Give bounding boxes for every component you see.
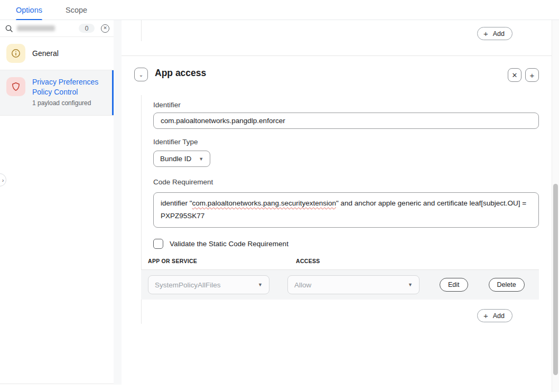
caret-down-icon: ▼ [199,156,203,162]
code-requirement-label: Code Requirement [153,178,213,186]
add-button-label: Add [493,30,505,38]
edit-button[interactable]: Edit [440,278,468,292]
search-icon [5,25,13,32]
identifier-type-value: Bundle ID [160,155,191,163]
caret-down-icon: ▼ [408,282,413,287]
search-clear-icon[interactable]: ✕ [101,24,109,33]
collapse-section-button[interactable]: ⌄ [134,68,148,81]
payload-editor-panel: + Add ⌄ App access ✕ + Identifier Identi… [122,20,552,392]
column-header-access: ACCESS [296,258,320,264]
add-button-label: Add [493,312,505,320]
sidebar-item-label: Privacy Preferences Policy Control [32,77,107,97]
add-row-button-top[interactable]: + Add [477,27,513,40]
plus-icon: + [530,71,535,80]
validate-checkbox[interactable] [153,239,163,249]
identifier-input[interactable] [153,113,539,129]
delete-button[interactable]: Delete [489,278,525,292]
scrollbar-thumb[interactable] [553,184,558,375]
code-requirement-prefix: identifier " [161,199,192,207]
sidebar-item-text: Privacy Preferences Policy Control 1 pay… [32,77,107,108]
sidebar-item-general[interactable]: General [0,37,114,70]
identifier-type-select[interactable]: Bundle ID ▼ [153,151,210,167]
add-section-button[interactable]: + [525,68,539,82]
access-select[interactable]: Allow ▼ [287,275,420,294]
payload-count-label: 1 payload configured [32,98,107,108]
table-row: SystemPolicyAllFiles ▼ Allow ▼ Edit Dele… [141,269,539,300]
sidebar-item-label: General [32,44,59,59]
identifier-label: Identifier [153,101,181,109]
validate-checkbox-row: Validate the Static Code Requirement [153,239,288,249]
column-header-app-or-service: APP OR SERVICE [148,258,296,264]
app-or-service-value: SystemPolicyAllFiles [155,281,221,289]
tab-options[interactable]: Options [16,0,42,20]
sidebar-item-privacy-preferences[interactable]: Privacy Preferences Policy Control 1 pay… [0,70,114,116]
add-row-button[interactable]: + Add [477,309,513,322]
code-requirement-textarea[interactable]: identifier "com.paloaltonetworks.pang.se… [153,192,539,228]
section-divider [122,55,552,56]
chevron-right-icon: › [2,177,4,183]
table-header: APP OR SERVICE ACCESS [141,258,539,269]
section-title: App access [155,68,206,79]
remove-section-button[interactable]: ✕ [508,68,521,82]
info-icon [6,44,25,63]
close-icon: ✕ [512,71,518,79]
plus-icon: + [483,312,488,320]
payload-search-bar[interactable]: 0 ✕ [0,20,114,37]
caret-down-icon: ▼ [258,282,263,287]
scrollbar-track[interactable] [552,20,559,392]
code-requirement-identifier: com.paloaltonetworks.pang.securityextens… [192,199,336,207]
app-or-service-select[interactable]: SystemPolicyAllFiles ▼ [148,275,269,294]
shield-icon [6,77,25,96]
app-access-table: APP OR SERVICE ACCESS SystemPolicyAllFil… [141,258,539,300]
search-results-badge: 0 [79,24,95,33]
validate-checkbox-label: Validate the Static Code Requirement [170,240,288,248]
payload-sidebar: 0 ✕ General Privacy Preferences Policy C… [0,20,114,384]
access-value: Allow [294,281,311,289]
chevron-down-icon: ⌄ [139,72,143,78]
tab-bar: Options Scope [0,0,559,20]
identifier-type-label: Identifier Type [153,138,198,146]
search-query-redacted[interactable] [17,25,55,31]
sidebar-gutter [114,20,122,385]
tab-scope[interactable]: Scope [66,0,87,20]
previous-section-indent-line [141,20,142,41]
profile-editor-window: Options Scope 0 ✕ General Privacy Prefer… [0,0,559,392]
plus-icon: + [483,30,488,38]
